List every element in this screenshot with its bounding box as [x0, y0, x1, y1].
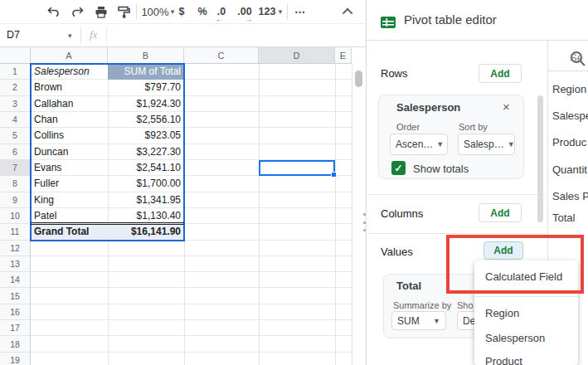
redo-icon[interactable] — [69, 0, 87, 23]
row-header-7[interactable]: 7 — [0, 160, 31, 176]
zoom-select[interactable]: 100% — [141, 0, 169, 23]
cell-a7[interactable]: Evans — [31, 160, 108, 176]
search-input[interactable]: Se — [570, 51, 583, 64]
row-header-3[interactable]: 3 — [0, 96, 31, 112]
cell-b5[interactable]: $923.05 — [108, 128, 184, 144]
sort-by-dropdown[interactable]: Salesp…▼ — [458, 134, 515, 155]
row-header-5[interactable]: 5 — [0, 128, 31, 144]
cell-a11[interactable]: Grand Total — [31, 224, 108, 240]
value-card-title: Total — [396, 280, 421, 292]
grid-edge-line — [352, 64, 352, 365]
row-header-17[interactable]: 17 — [0, 320, 31, 336]
row-header-11[interactable]: 11 — [0, 224, 31, 240]
cell-b7[interactable]: $2,541.10 — [108, 160, 184, 176]
google-sheets-window: 100% ▾ $ % .0← .00→ 123 ▾ ⋯ D7 ▾ fx ABCD… — [0, 0, 588, 365]
collapse-toolbar-icon[interactable] — [338, 0, 358, 23]
cell-a6[interactable]: Duncan — [31, 144, 108, 160]
cell-a9[interactable]: King — [31, 192, 108, 208]
checkmark-icon: ✓ — [394, 163, 402, 174]
field-list-item-total[interactable]: Total — [552, 212, 575, 224]
format-percent-button[interactable]: % — [196, 0, 209, 23]
cell-b2[interactable]: $797.70 — [108, 80, 184, 95]
toolbar-overflow-button[interactable]: ⋯ — [292, 0, 309, 23]
row-header-10[interactable]: 10 — [0, 208, 31, 224]
row-header-1[interactable]: 1 — [0, 64, 31, 80]
field-list-item-salespe[interactable]: Salespe — [552, 110, 588, 122]
show-totals-checkbox[interactable]: ✓ — [391, 161, 406, 175]
row-header-16[interactable]: 16 — [0, 304, 31, 320]
values-add-button[interactable]: Add — [484, 241, 523, 260]
cell-a10[interactable]: Patel — [31, 208, 108, 224]
field-list-item-produc[interactable]: Produc — [552, 136, 586, 148]
cell-a4[interactable]: Chan — [31, 112, 108, 128]
paint-format-icon[interactable] — [114, 0, 133, 23]
name-box-arrow-icon[interactable]: ▾ — [68, 32, 72, 40]
menu-item-region[interactable]: Region — [485, 307, 519, 319]
sort-by-label: Sort by — [459, 122, 488, 132]
columns-section-label: Columns — [381, 207, 423, 220]
cell-a8[interactable]: Fuller — [31, 176, 108, 192]
columns-add-button[interactable]: Add — [479, 203, 522, 222]
menu-item-salesperson[interactable]: Salesperson — [485, 332, 545, 344]
row-header-4[interactable]: 4 — [0, 112, 31, 128]
field-list-item-quantit[interactable]: Quantit — [552, 163, 587, 176]
column-header-e[interactable]: E — [335, 47, 352, 64]
cell-b1[interactable]: SUM of Total — [108, 64, 184, 80]
cell-a1[interactable]: Salesperson — [31, 64, 108, 80]
summarize-by-dropdown[interactable]: SUM▼ — [391, 311, 446, 330]
more-formats-arrow-icon[interactable]: ▾ — [276, 0, 284, 23]
cell-b9[interactable]: $1,341.95 — [108, 192, 184, 208]
row-header-9[interactable]: 9 — [0, 192, 31, 208]
order-dropdown[interactable]: Ascen…▼ — [390, 134, 448, 155]
cell-b3[interactable]: $1,924.30 — [108, 96, 184, 112]
field-list-item-region[interactable]: Region — [552, 83, 586, 95]
close-icon[interactable]: × — [503, 101, 510, 113]
row-header-12[interactable]: 12 — [0, 241, 31, 256]
name-box[interactable]: D7 — [7, 29, 65, 41]
decrease-decimal-button[interactable]: .0← — [214, 0, 229, 23]
fill-handle[interactable] — [331, 172, 337, 178]
row-card-title: Salesperson — [396, 101, 460, 114]
row-header-15[interactable]: 15 — [0, 288, 31, 304]
toolbar-separator-2 — [287, 4, 288, 19]
column-header-c[interactable]: C — [184, 47, 259, 64]
column-header-d[interactable]: D — [259, 47, 335, 64]
row-header-6[interactable]: 6 — [0, 144, 31, 160]
row-header-14[interactable]: 14 — [0, 272, 31, 288]
summarize-by-label: Summarize by — [393, 300, 451, 310]
cell-a3[interactable]: Callahan — [31, 96, 108, 112]
cell-b4[interactable]: $2,556.10 — [108, 112, 184, 128]
increase-decimal-button[interactable]: .00→ — [236, 0, 254, 23]
cell-b6[interactable]: $3,227.30 — [108, 144, 184, 160]
grid-row-13 — [31, 256, 352, 272]
cell-a2[interactable]: Brown — [31, 80, 108, 95]
grid-row-15 — [31, 288, 352, 304]
cell-b8[interactable]: $1,700.00 — [108, 176, 184, 192]
print-icon[interactable] — [92, 0, 110, 23]
row-header-2[interactable]: 2 — [0, 80, 31, 95]
panel-scrollbar[interactable] — [537, 95, 543, 222]
menu-item-calculated-field[interactable]: Calculated Field — [485, 270, 562, 283]
panel-resize-handle[interactable] — [362, 213, 367, 231]
selected-cell-d7[interactable] — [259, 160, 335, 176]
row-header-8[interactable]: 8 — [0, 176, 31, 192]
column-header-b[interactable]: B — [108, 47, 184, 64]
row-header-18[interactable]: 18 — [0, 336, 31, 352]
grid-row-14 — [31, 272, 352, 288]
values-add-menu: Calculated Field RegionSalespersonProduc… — [474, 260, 578, 365]
cell-a5[interactable]: Collins — [31, 128, 108, 144]
select-all-corner[interactable] — [0, 47, 31, 64]
menu-item-product[interactable]: Product — [485, 355, 522, 365]
cell-b10[interactable]: $1,130.40 — [108, 208, 184, 224]
section-divider — [367, 194, 546, 195]
grid-vertical-scrollbar[interactable] — [355, 71, 362, 87]
format-currency-button[interactable]: $ — [176, 0, 187, 23]
row-header-19[interactable]: 19 — [0, 353, 31, 365]
undo-icon[interactable] — [44, 0, 62, 23]
more-formats-button[interactable]: 123 — [257, 0, 277, 23]
field-list-item-sales-p[interactable]: Sales P — [552, 190, 588, 202]
cell-b11[interactable]: $16,141.90 — [108, 224, 184, 240]
column-header-a[interactable]: A — [31, 47, 108, 64]
row-header-13[interactable]: 13 — [0, 256, 31, 272]
rows-add-button[interactable]: Add — [479, 64, 522, 83]
